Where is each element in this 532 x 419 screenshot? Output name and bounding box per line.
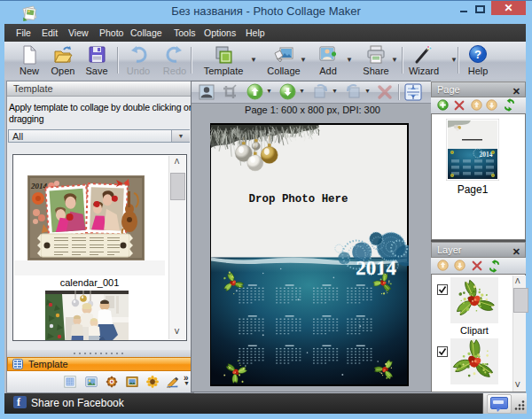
svg-text:2014: 2014 [480, 151, 493, 159]
svg-text:2014: 2014 [356, 257, 396, 279]
svg-text:?: ? [474, 48, 481, 61]
svg-text:Drop Photo Here: Drop Photo Here [249, 193, 348, 206]
